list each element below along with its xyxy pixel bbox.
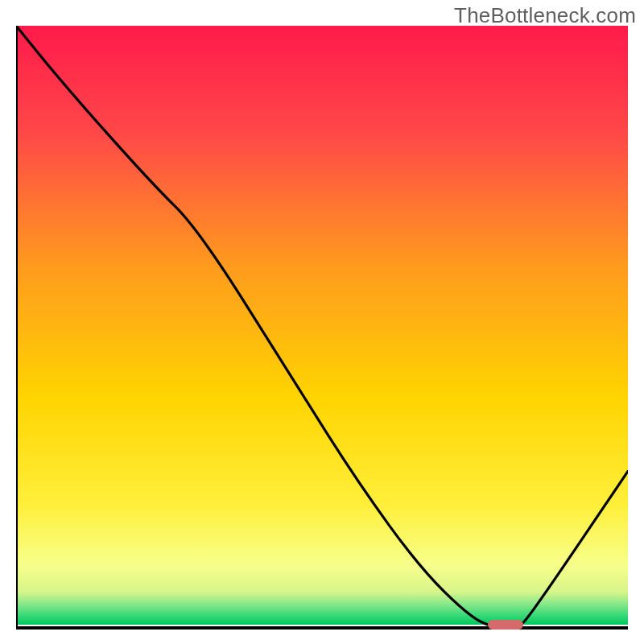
optimum-marker xyxy=(488,620,523,630)
bottleneck-chart xyxy=(16,26,628,631)
chart-frame: TheBottleneck.com xyxy=(0,0,644,644)
watermark-text: TheBottleneck.com xyxy=(454,3,636,28)
chart-svg xyxy=(16,26,628,631)
gradient-field xyxy=(16,26,628,625)
